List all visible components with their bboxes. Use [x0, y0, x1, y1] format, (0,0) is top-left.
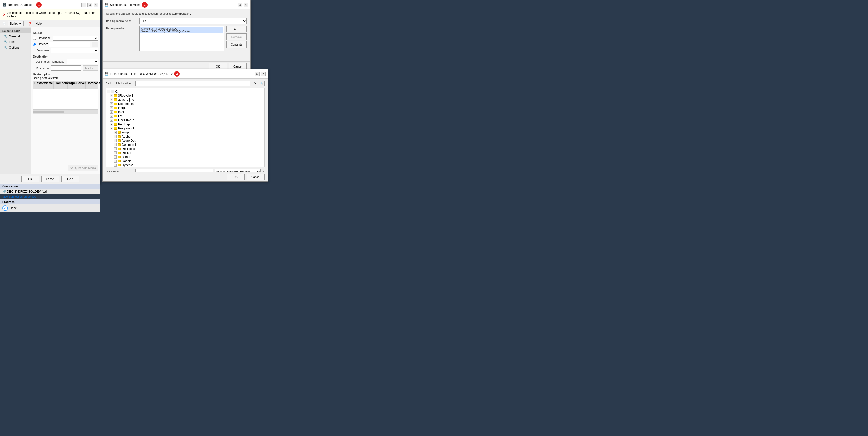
backup-devices-close[interactable]: ✕	[244, 3, 248, 7]
minimize-button[interactable]: −	[81, 3, 86, 7]
expand-11[interactable]: +	[114, 139, 117, 142]
expand-3[interactable]: +	[110, 106, 113, 110]
tree-item-17[interactable]: + Hyper-V	[106, 163, 156, 167]
database-form-select[interactable]	[51, 48, 98, 53]
tree-item-7[interactable]: + PerfLogs	[106, 122, 156, 126]
device-radio[interactable]	[33, 43, 36, 46]
media-path-item[interactable]: C:\Program Files\Microsoft SQL Server\MS…	[141, 27, 223, 33]
tree-item-13[interactable]: + Decisions	[106, 147, 156, 151]
sidebar-item-files[interactable]: 🔧 Files	[0, 39, 31, 45]
expand-6[interactable]: +	[110, 119, 113, 122]
backup-devices-content: Specify the backup media and its locatio…	[102, 9, 250, 56]
help-button[interactable]: Help	[34, 21, 43, 26]
file-location-label: Backup File location:	[105, 82, 134, 85]
locate-backup-file-window: 💾 Locate Backup File - DEC-3YDF0Z2\SQLDE…	[102, 69, 268, 182]
tree-item-6[interactable]: + OneDriveTe	[106, 118, 156, 122]
col-server: Server	[75, 81, 86, 89]
expand-4[interactable]: +	[110, 111, 113, 114]
backup-sets-table-header: Restore Name Component Type Server Datab…	[33, 81, 98, 89]
horizontal-scrollbar[interactable]	[33, 110, 98, 114]
expand-16[interactable]: +	[114, 160, 117, 163]
expand-5[interactable]: +	[110, 115, 113, 118]
tree-item-14[interactable]: + Docker	[106, 151, 156, 155]
tree-label-2: Documents	[118, 102, 134, 105]
expand-9[interactable]: +	[114, 131, 117, 134]
sidebar-files-label: Files	[9, 40, 16, 44]
search-location-button[interactable]: 🔍	[259, 81, 265, 86]
wrench-icon-options: 🔧	[4, 46, 8, 49]
expand-2[interactable]: +	[110, 102, 113, 105]
expand-14[interactable]: +	[114, 151, 117, 154]
tree-item-10[interactable]: + Adobe	[106, 134, 156, 138]
server-icon: 🔗	[2, 190, 6, 193]
backup-devices-maximize[interactable]: □	[238, 3, 242, 7]
tree-item-9[interactable]: + 7-Zip	[106, 130, 156, 134]
tree-item-4[interactable]: + Intel	[106, 110, 156, 114]
restore-plan-label: Restore plan	[33, 73, 98, 76]
restore-to-input[interactable]	[51, 65, 81, 70]
expand-7[interactable]: +	[110, 123, 113, 126]
help-footer-button[interactable]: Help	[61, 176, 79, 182]
media-type-select[interactable]: File	[140, 18, 247, 24]
sidebar-item-general[interactable]: 🔧 General	[0, 33, 31, 39]
browse-button[interactable]: ...	[92, 42, 98, 47]
tree-item-1[interactable]: + apache-jme	[106, 98, 156, 102]
expand-1[interactable]: +	[110, 98, 113, 101]
close-button[interactable]: ✕	[94, 3, 98, 7]
script-button[interactable]: Script ▼	[8, 21, 24, 26]
refresh-location-button[interactable]: ↻	[252, 81, 257, 86]
add-device-button[interactable]: Add	[226, 26, 247, 32]
locate-cancel-button[interactable]: Cancel	[247, 174, 265, 180]
restore-db-titlebar: 🗄️ Restore Database - 1 − □ ✕	[0, 0, 100, 9]
device-radio-row: Device: C:\Program Files\Microsoft SQL S…	[33, 42, 98, 47]
expand-13[interactable]: +	[114, 147, 117, 150]
tree-item-8[interactable]: − Program Fil	[106, 126, 156, 130]
tree-item-2[interactable]: + Documents	[106, 102, 156, 106]
device-path-input[interactable]: C:\Program Files\Microsoft SQL Server\MS…	[49, 42, 90, 47]
tree-item-12[interactable]: + Common I	[106, 143, 156, 147]
tree-label-17: Hyper-V	[122, 163, 133, 167]
database-radio[interactable]	[33, 37, 36, 40]
toolbar-divider	[26, 22, 26, 26]
expand-10[interactable]: +	[114, 135, 117, 138]
tree-label-12: Common I	[122, 143, 136, 147]
remove-device-button[interactable]: Remove	[226, 33, 247, 40]
destination-db-select[interactable]	[67, 59, 98, 64]
tree-item-15[interactable]: + dotnet	[106, 155, 156, 159]
expand-0[interactable]: +	[110, 94, 113, 97]
tree-item-11[interactable]: + Azure Dat	[106, 138, 156, 143]
locate-backup-close[interactable]: ✕	[261, 72, 266, 76]
locate-ok-button[interactable]: OK	[227, 174, 245, 180]
tree-root-c[interactable]: − C:	[106, 90, 156, 94]
locate-backup-titlebar: 💾 Locate Backup File - DEC-3YDF0Z2\SQLDE…	[102, 69, 268, 79]
verify-backup-button[interactable]: Verify Backup Media	[68, 165, 98, 171]
sidebar-item-options[interactable]: 🔧 Options	[0, 45, 31, 51]
contents-device-button[interactable]: Contents	[226, 41, 247, 48]
folder-icon-9	[118, 131, 121, 134]
tree-item-0[interactable]: + $Recycle.B	[106, 94, 156, 98]
tree-item-5[interactable]: + LM	[106, 114, 156, 118]
locate-backup-maximize[interactable]: □	[255, 72, 259, 76]
expand-15[interactable]: +	[114, 155, 117, 159]
cancel-button[interactable]: Cancel	[41, 176, 59, 182]
timeline-button[interactable]: Timeline...	[83, 65, 98, 70]
source-database-select[interactable]	[53, 35, 98, 41]
tree-item-3[interactable]: + inetpub	[106, 106, 156, 110]
expand-17[interactable]: +	[114, 164, 117, 167]
tree-item-16[interactable]: + Google	[106, 159, 156, 163]
maximize-button[interactable]: □	[87, 3, 92, 7]
sidebar-options-label: Options	[9, 46, 20, 49]
file-location-input[interactable]: :QL Server\MSSQL16.SQLDEV\MSSQL\Backup	[135, 81, 250, 86]
view-connection-link[interactable]: View connection properties	[0, 194, 100, 199]
expand-12[interactable]: +	[114, 143, 117, 146]
dest-database-label: Database:	[51, 60, 65, 63]
tree-expand-c[interactable]: −	[107, 90, 110, 93]
locate-file-area[interactable]	[157, 89, 265, 167]
connection-value: DEC-3YDF0Z2\SQLDEV [sa]	[7, 190, 46, 193]
folder-icon-14	[118, 152, 121, 154]
expand-8[interactable]: −	[110, 127, 113, 130]
ok-button[interactable]: OK	[22, 176, 39, 182]
locate-folder-tree[interactable]: − C: + $Recycle.B + apache-jme +	[106, 89, 157, 167]
media-type-row: Backup media type: File	[106, 18, 247, 24]
restore-db-badge: 1	[36, 2, 42, 8]
